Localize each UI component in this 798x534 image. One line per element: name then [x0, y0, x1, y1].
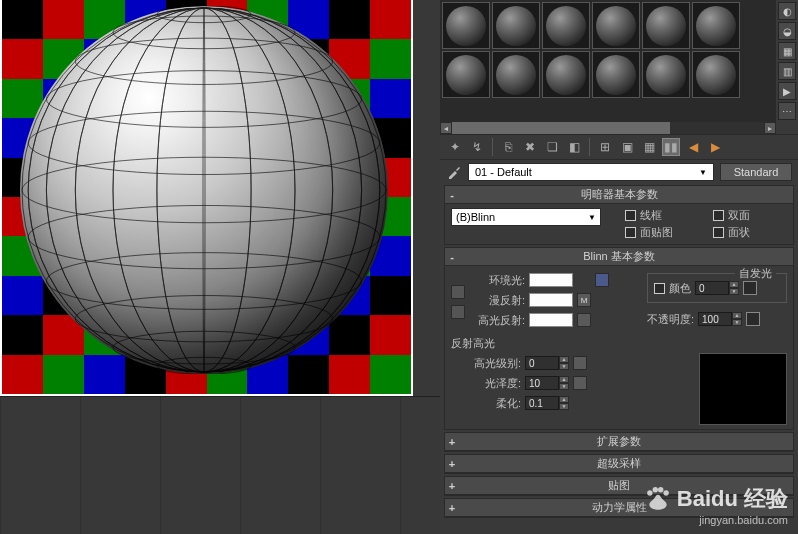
diffuse-specular-lock-icon[interactable] [451, 305, 465, 319]
pick-material-icon[interactable] [446, 164, 462, 180]
svg-point-22 [28, 8, 380, 372]
material-editor: ◐ ◒ ▦ ▥ ▶ ⋯ ◂ ▸ ✦ ↯ ⎘ ✖ ❏ ◧ ⊞ ▣ ▦ [440, 0, 798, 534]
make-unique-icon[interactable]: ◧ [565, 138, 583, 156]
rollup-title: 动力学属性 [592, 500, 647, 515]
rollup-title: 贴图 [608, 478, 630, 493]
video-icon[interactable]: ▶ [778, 82, 796, 100]
put-to-scene-icon[interactable]: ↯ [468, 138, 486, 156]
scroll-right-icon[interactable]: ▸ [764, 122, 776, 134]
svg-point-15 [113, 8, 295, 372]
faceted-checkbox[interactable]: 面状 [713, 225, 787, 240]
material-name-dropdown[interactable]: 01 - Default ▼ [468, 163, 714, 181]
wireframe-checkbox[interactable]: 线框 [625, 208, 699, 223]
go-parent-icon[interactable]: ◀ [684, 138, 702, 156]
make-copy-icon[interactable]: ❏ [543, 138, 561, 156]
soften-spinner[interactable]: 0.1 ▲▼ [525, 396, 569, 410]
specular-highlights-legend: 反射高光 [451, 337, 495, 349]
sample-slot[interactable] [442, 2, 490, 49]
collapse-icon: - [445, 189, 459, 201]
assign-icon[interactable]: ⎘ [499, 138, 517, 156]
rollup-header[interactable]: + 扩展参数 [445, 433, 793, 451]
svg-point-12 [28, 8, 380, 372]
lock-icon[interactable] [595, 273, 609, 287]
material-type-button[interactable]: Standard [720, 163, 792, 181]
sample-slot[interactable] [592, 51, 640, 98]
material-id-icon[interactable]: ▣ [618, 138, 636, 156]
supersampling-rollup: + 超级采样 [444, 454, 794, 474]
go-forward-icon[interactable]: ▶ [706, 138, 724, 156]
svg-point-4 [28, 111, 380, 174]
svg-point-3 [46, 71, 361, 128]
sample-slot[interactable] [542, 2, 590, 49]
shader-type-dropdown[interactable]: (B)Blinn ▼ [451, 208, 601, 226]
specular-level-spinner[interactable]: 0 ▲▼ [525, 356, 569, 370]
show-end-result-icon[interactable]: ▮▮ [662, 138, 680, 156]
sample-slot[interactable] [692, 2, 740, 49]
sample-slots-area [440, 0, 776, 122]
svg-point-17 [203, 8, 205, 372]
material-name-bar: 01 - Default ▼ Standard [440, 160, 798, 184]
self-illum-spinner[interactable]: 0 ▲▼ [695, 281, 739, 295]
sample-type-icon[interactable]: ◐ [778, 2, 796, 20]
face-map-checkbox[interactable]: 面贴图 [625, 225, 699, 240]
sample-slot[interactable] [492, 2, 540, 49]
self-illum-map-button[interactable] [743, 281, 757, 295]
self-illum-legend: 自发光 [735, 266, 776, 281]
highlight-curve-preview [699, 353, 787, 425]
specular-level-label: 高光级别: [451, 356, 521, 371]
shader-basic-params-rollup: - 明暗器基本参数 (B)Blinn ▼ 线框 双面 面贴图 面状 [444, 185, 794, 245]
opacity-spinner[interactable]: 100 ▲▼ [698, 312, 742, 326]
svg-point-19 [113, 8, 295, 372]
reset-icon[interactable]: ✖ [521, 138, 539, 156]
svg-point-11 [22, 8, 386, 372]
specular-label: 高光反射: [467, 313, 525, 328]
sample-slot[interactable] [642, 51, 690, 98]
opacity-map-button[interactable] [746, 312, 760, 326]
ambient-diffuse-lock-icon[interactable] [451, 285, 465, 299]
backlight-icon[interactable]: ◒ [778, 22, 796, 40]
sample-slot[interactable] [592, 2, 640, 49]
scroll-left-icon[interactable]: ◂ [440, 122, 452, 134]
material-toolbar: ✦ ↯ ⎘ ✖ ❏ ◧ ⊞ ▣ ▦ ▮▮ ◀ ▶ [440, 134, 798, 160]
sample-slot[interactable] [642, 2, 690, 49]
rollup-title: 超级采样 [597, 456, 641, 471]
glossiness-spinner[interactable]: 10 ▲▼ [525, 376, 569, 390]
get-material-icon[interactable]: ✦ [446, 138, 464, 156]
rollup-header[interactable]: + 动力学属性 [445, 499, 793, 517]
sample-preview [0, 0, 413, 396]
sample-slot[interactable] [492, 51, 540, 98]
slots-scrollbar[interactable]: ◂ ▸ [440, 122, 776, 134]
svg-point-20 [75, 8, 332, 372]
put-library-icon[interactable]: ⊞ [596, 138, 614, 156]
rollup-header[interactable]: + 超级采样 [445, 455, 793, 473]
specular-level-map-button[interactable] [573, 356, 587, 370]
sample-slot[interactable] [442, 51, 490, 98]
extended-params-rollup: + 扩展参数 [444, 432, 794, 452]
glossiness-label: 光泽度: [451, 376, 521, 391]
svg-point-2 [75, 38, 332, 84]
specular-map-button[interactable] [577, 313, 591, 327]
sample-uv-icon[interactable]: ▥ [778, 62, 796, 80]
rollup-title: 扩展参数 [597, 434, 641, 449]
svg-point-9 [113, 331, 295, 364]
two-sided-checkbox[interactable]: 双面 [713, 208, 787, 223]
dropdown-icon: ▼ [588, 213, 596, 222]
specular-color-swatch[interactable] [529, 313, 573, 327]
svg-point-14 [75, 8, 332, 372]
rollup-header[interactable]: + 贴图 [445, 477, 793, 495]
diffuse-color-swatch[interactable] [529, 293, 573, 307]
sample-slot[interactable] [692, 51, 740, 98]
self-illum-color-checkbox[interactable] [654, 283, 665, 294]
rollup-header[interactable]: - 明暗器基本参数 [445, 186, 793, 204]
rollup-header[interactable]: - Blinn 基本参数 [445, 248, 793, 266]
show-map-icon[interactable]: ▦ [640, 138, 658, 156]
sample-slot[interactable] [542, 51, 590, 98]
collapse-icon: - [445, 251, 459, 263]
ambient-color-swatch[interactable] [529, 273, 573, 287]
background-icon[interactable]: ▦ [778, 42, 796, 60]
rollup-title: Blinn 基本参数 [583, 249, 655, 264]
glossiness-map-button[interactable] [573, 376, 587, 390]
expand-icon: + [445, 480, 459, 492]
options-icon[interactable]: ⋯ [778, 102, 796, 120]
diffuse-map-button[interactable]: M [577, 293, 591, 307]
